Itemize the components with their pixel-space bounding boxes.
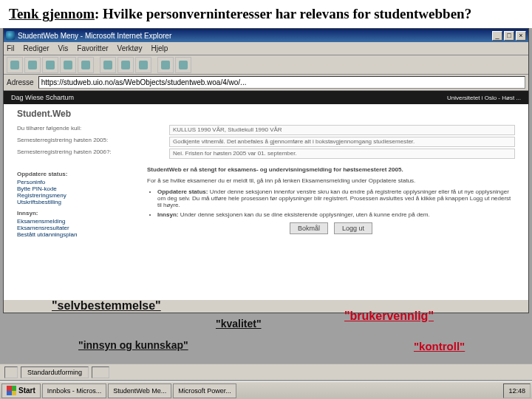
mail-icon [161,61,170,69]
toolbar [4,55,528,75]
window-title: StudentWeb Meny - Microsoft Internet Exp… [18,32,492,40]
close-button[interactable]: × [516,31,526,41]
star-icon [121,61,130,69]
bullet-oppdatere: Oppdatere status: Under denne seksjonen … [157,188,515,208]
app-statusbar: Standardutforming [0,364,532,380]
label-kontroll: "kontroll" [414,340,465,352]
windows-logo-icon [7,386,16,395]
page-content: Dag Wiese Schartum Universitetet i Oslo … [4,91,528,299]
menubar: Fil Rediger Vis Favoritter Verktøy Hjelp [4,42,528,55]
label-innsyn: "innsyn og kunnskap" [78,339,188,351]
loggut-button[interactable]: Logg ut [334,222,372,234]
menu-edit[interactable]: Rediger [24,44,50,52]
sw-main: StudentWeb er nå stengt for eksamens- og… [147,166,515,238]
task-item-0[interactable]: Innboks - Micros... [42,383,107,398]
clock: 12:48 [508,387,525,395]
menu-help[interactable]: Hjelp [151,44,168,52]
maximize-button[interactable]: □ [504,31,514,41]
row2-label: Semesterregistrering høsten 2006?: [17,149,165,159]
bullet-innsyn: Innsyn: Under denne seksjonen kan du se … [157,211,515,218]
sw-info-table: Du tilhører følgende kull: KULLUS 1990 V… [4,122,528,162]
browser-window: StudentWeb Meny - Microsoft Internet Exp… [3,28,529,313]
sw-note2: For å se hvilke eksamener du er meldt ti… [147,177,515,184]
innsyn-heading: Innsyn: [17,210,135,216]
oppdatere-heading: Oppdatere status: [17,171,135,177]
slide-title: Tenk gjennom: Hvilke personverninteresse… [0,0,532,28]
history-button[interactable] [135,57,151,73]
sw-user-name: Dag Wiese Schartum [11,94,74,101]
row1-label: Semesterregistrering høsten 2005: [17,137,165,147]
mail-button[interactable] [157,57,174,73]
history-icon [139,61,148,69]
nav-eksresult[interactable]: Eksamensresultater [17,225,135,231]
taskbar: Start Innboks - Micros... StudentWeb Me.… [0,381,532,399]
search-button[interactable] [100,57,116,73]
system-tray[interactable]: 12:48 [503,383,531,398]
forward-button[interactable] [24,57,41,73]
sw-heading: Student.Web [4,104,528,122]
sw-institution: Universitetet i Oslo - Høst ... [447,95,521,101]
menu-tools[interactable]: Verktøy [117,44,143,52]
task-item-2[interactable]: Microsoft Power... [173,383,236,398]
refresh-icon [64,61,72,69]
row2-value: Nei. Fristen for høsten 2005 var 01. sep… [169,149,515,159]
nav-eksmelding[interactable]: Eksamensmelding [17,218,135,225]
nav-personinfo[interactable]: Personinfo [17,179,135,185]
bullet0-h: Oppdatere status: [157,188,208,195]
nav-utskrift[interactable]: Utskriftsbestilling [17,199,135,205]
bullet1-h: Innsyn: [157,211,178,218]
stop-button[interactable] [42,57,58,73]
address-label: Adresse [7,78,34,86]
menu-view[interactable]: Vis [58,44,69,52]
status-cell-layout: Standardutforming [21,366,89,378]
label-brukervennlig: "brukervennlig" [344,310,434,323]
menu-fav[interactable]: Favoritter [77,44,108,52]
start-button[interactable]: Start [1,383,41,398]
bokmal-button[interactable]: Bokmål [290,222,328,234]
nav-bestatt[interactable]: Bestått utdanningsplan [17,231,135,238]
status-cell-1 [4,366,18,378]
search-icon [103,61,112,69]
stop-icon [46,61,55,69]
slide-title-emphasis: Tenk gjennom [9,6,95,21]
row1-value: Godkjente vitnemål. Det anbefales å gjen… [169,137,515,147]
task-item-1[interactable]: StudentWeb Me... [108,383,171,398]
start-label: Start [18,386,35,395]
label-selvbestemmelse: "selvbestemmelse" [52,299,161,313]
favorites-button[interactable] [117,57,134,73]
print-button[interactable] [175,57,191,73]
row0-label: Du tilhører følgende kull: [17,125,165,135]
arrow-right-icon [28,61,37,69]
home-button[interactable] [78,57,94,73]
label-kvalitet: "kvalitet" [216,318,262,330]
ie-icon [6,31,15,40]
address-bar: Adresse https://studweb.uio.no/as/WebObj… [4,75,528,91]
home-icon [81,61,90,69]
titlebar: StudentWeb Meny - Microsoft Internet Exp… [4,29,528,42]
back-button[interactable] [7,57,23,73]
refresh-button[interactable] [60,57,76,73]
sw-notice: StudentWeb er nå stengt for eksamens- og… [147,166,515,173]
status-cell-3 [92,366,109,378]
sw-header: Dag Wiese Schartum Universitetet i Oslo … [4,91,528,104]
print-icon [179,61,188,69]
bullet1-t: Under denne seksjonen kan du se dine eks… [180,211,430,218]
nav-pin[interactable]: Bytte PIN-kode [17,185,135,192]
bullet0-t: Under denne seksjonen innenfor venstre s… [157,188,511,208]
menu-file[interactable]: Fil [7,44,15,52]
arrow-left-icon [10,61,19,69]
address-input[interactable]: https://studweb.uio.no/as/WebObjects/stu… [38,76,525,89]
row0-value: KULLUS 1990 VÅR, Studiekull 1990 VÅR [169,125,515,135]
minimize-button[interactable]: _ [492,31,502,41]
sw-left-nav: Oppdatere status: Personinfo Bytte PIN-k… [17,166,135,238]
nav-reg[interactable]: Registreringsmeny [17,192,135,199]
slide-title-rest: : Hvilke personverninteresser har releva… [95,6,471,21]
